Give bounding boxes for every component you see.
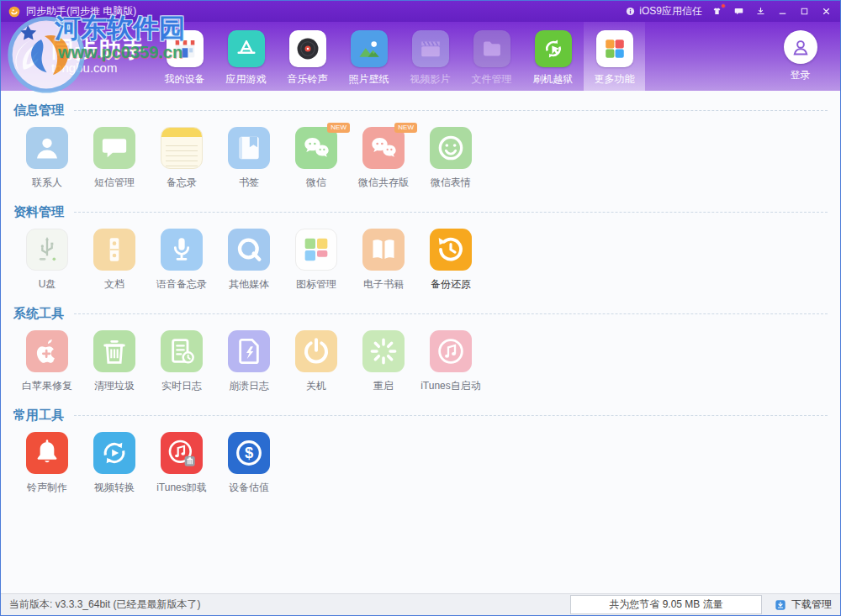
nav-item-film[interactable]: 视频影片 [399, 22, 461, 91]
maximize-icon [799, 6, 810, 17]
tool-tiles[interactable]: 图标管理 [283, 229, 350, 292]
tool-usb[interactable]: U盘 [13, 229, 81, 292]
cabinet-tile [93, 229, 135, 271]
nav-item-label: 刷机越狱 [533, 72, 574, 87]
tool-label: iTunes卸载 [156, 481, 207, 495]
tool-label: 短信管理 [94, 176, 135, 190]
tiles-tile [295, 229, 337, 271]
power-icon [299, 334, 333, 368]
gift-shirt-button[interactable] [710, 4, 724, 18]
tool-label: 白苹果修复 [22, 379, 72, 393]
tool-itunesdel[interactable]: iTunes卸载 [148, 432, 215, 495]
tool-openbook[interactable]: 电子书籍 [350, 229, 417, 292]
restart-tile [362, 330, 405, 372]
person-icon [30, 131, 64, 165]
tool-label: 微信 [306, 176, 326, 190]
tool-chat[interactable]: 短信管理 [81, 127, 148, 190]
brand: 同步助手 tongbu.com [1, 22, 154, 91]
restore-icon [434, 233, 468, 266]
tool-wechat[interactable]: NEW微信共存版 [350, 127, 417, 190]
notification-dot [721, 3, 726, 8]
tool-label: 铃声制作 [27, 481, 67, 495]
section: 常用工具铃声制作视频转换iTunes卸载$设备估值 [13, 406, 828, 500]
nav-item-label: 应用游戏 [226, 72, 267, 87]
ios9-trust-button[interactable]: iOS9应用信任 [625, 4, 702, 18]
new-badge: NEW [394, 123, 417, 133]
traffic-saved-box: 共为您节省 9.05 MB 流量 [570, 595, 762, 614]
bell-icon [30, 436, 64, 470]
itunesdel-icon [165, 436, 198, 470]
tool-vconvert[interactable]: 视频转换 [81, 432, 148, 495]
usb-tile [26, 229, 68, 271]
tool-person[interactable]: 联系人 [13, 127, 81, 190]
nav-item-store[interactable]: 我的设备 [154, 22, 215, 91]
section-header: 系统工具 [13, 304, 828, 323]
download-manager-label: 下载管理 [791, 598, 832, 612]
bell-tile [26, 432, 68, 474]
tool-notepad[interactable]: 备忘录 [148, 127, 215, 190]
itunesdel-tile [161, 432, 203, 474]
nav-item-photo[interactable]: 照片壁纸 [338, 22, 399, 91]
appstore-tile [228, 30, 265, 67]
section-header: 常用工具 [13, 406, 828, 424]
wechat-icon [367, 131, 400, 165]
tool-trash[interactable]: 清理垃圾 [81, 330, 148, 393]
section-title: 信息管理 [13, 103, 64, 118]
nav-item-label: 照片壁纸 [349, 72, 389, 87]
tool-dollar[interactable]: $设备估值 [215, 432, 283, 495]
vinyl-tile [289, 30, 326, 67]
tool-label: U盘 [39, 277, 56, 292]
tool-applefix[interactable]: 白苹果修复 [13, 330, 81, 393]
minimize-icon [777, 6, 788, 17]
grid4-tile [596, 30, 633, 67]
logclock-icon [165, 334, 198, 368]
tool-power[interactable]: 关机 [283, 330, 350, 393]
tool-qtime[interactable]: 其他媒体 [215, 229, 283, 292]
section-items: 联系人短信管理备忘录书签NEW微信NEW微信共存版微信表情 [13, 119, 828, 195]
nav-item-grid4[interactable]: 更多功能 [584, 22, 645, 91]
brand-name: 同步助手 [51, 38, 145, 61]
tool-restore[interactable]: 备份还原 [417, 229, 484, 292]
maximize-button[interactable] [797, 4, 812, 18]
tool-restart[interactable]: 重启 [350, 330, 417, 393]
chat-icon [98, 131, 131, 165]
tool-wechat[interactable]: NEW微信 [283, 127, 350, 190]
tiles-icon [299, 233, 333, 266]
tool-label: 备忘录 [167, 176, 197, 190]
close-button[interactable] [819, 4, 833, 18]
section-divider [74, 415, 828, 416]
nav-item-vinyl[interactable]: 音乐铃声 [277, 22, 338, 91]
tool-label: 联系人 [32, 176, 62, 190]
nav-item-label: 更多功能 [595, 72, 635, 87]
person-tile [26, 127, 68, 169]
download-manager-button[interactable]: 下载管理 [774, 598, 832, 612]
tool-logclock[interactable]: 实时日志 [148, 330, 215, 393]
applefix-icon [30, 334, 64, 368]
login-button[interactable]: 登录 [760, 22, 840, 91]
tool-mic[interactable]: 语音备忘录 [148, 229, 215, 292]
dollar-tile: $ [228, 432, 270, 474]
tongbu-phoenix-logo-icon [6, 33, 50, 80]
vconvert-icon [98, 436, 131, 470]
tool-bookstar[interactable]: 书签 [215, 127, 283, 190]
tool-crash[interactable]: 崩溃日志 [215, 330, 283, 393]
section-header: 信息管理 [13, 101, 828, 119]
tool-smiley[interactable]: 微信表情 [417, 127, 484, 190]
folder-tile [473, 30, 510, 67]
tool-label: iTunes自启动 [420, 379, 481, 393]
tool-itunes[interactable]: iTunes自启动 [417, 330, 484, 393]
nav-item-label: 视频影片 [410, 72, 451, 87]
download-tray-button[interactable] [754, 4, 768, 18]
feedback-button[interactable] [732, 4, 746, 18]
nav-item-label: 音乐铃声 [288, 72, 328, 87]
restart-icon [367, 334, 400, 368]
minimize-button[interactable] [775, 4, 790, 18]
openbook-tile [362, 229, 405, 271]
tool-cabinet[interactable]: 文档 [81, 229, 148, 292]
appstore-icon [232, 34, 261, 63]
nav-item-appstore[interactable]: 应用游戏 [215, 22, 277, 91]
qtime-icon [232, 233, 266, 266]
tool-bell[interactable]: 铃声制作 [13, 432, 81, 495]
nav-item-folder[interactable]: 文件管理 [461, 22, 522, 91]
nav-item-jailbreak[interactable]: 刷机越狱 [522, 22, 584, 91]
